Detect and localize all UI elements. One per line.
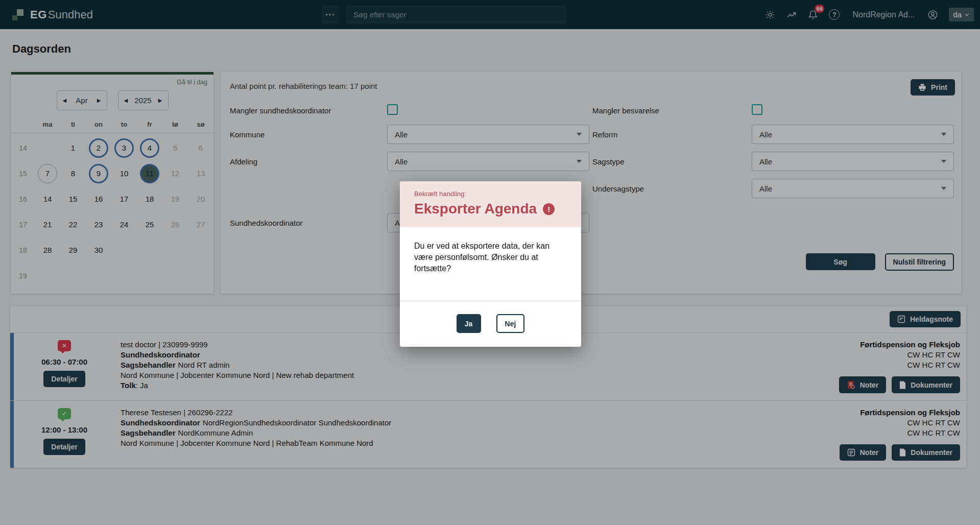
modal-footer: Ja Nej bbox=[400, 301, 581, 347]
modal-title: Eksporter Agenda bbox=[414, 201, 537, 217]
confirm-yes-button[interactable]: Ja bbox=[457, 314, 481, 333]
confirm-no-button[interactable]: Nej bbox=[496, 314, 525, 333]
modal-header: Bekræft handling: Eksporter Agenda ! bbox=[400, 181, 581, 227]
page: EGSundhed ··· 66 ? NordRegion Ad... da bbox=[0, 0, 980, 525]
modal-body-text: Du er ved at eksportere data, der kan væ… bbox=[400, 227, 581, 301]
modal-kicker: Bekræft handling: bbox=[414, 190, 567, 198]
warning-exclamation-icon: ! bbox=[543, 203, 555, 215]
confirm-export-modal: Bekræft handling: Eksporter Agenda ! Du … bbox=[400, 181, 581, 347]
